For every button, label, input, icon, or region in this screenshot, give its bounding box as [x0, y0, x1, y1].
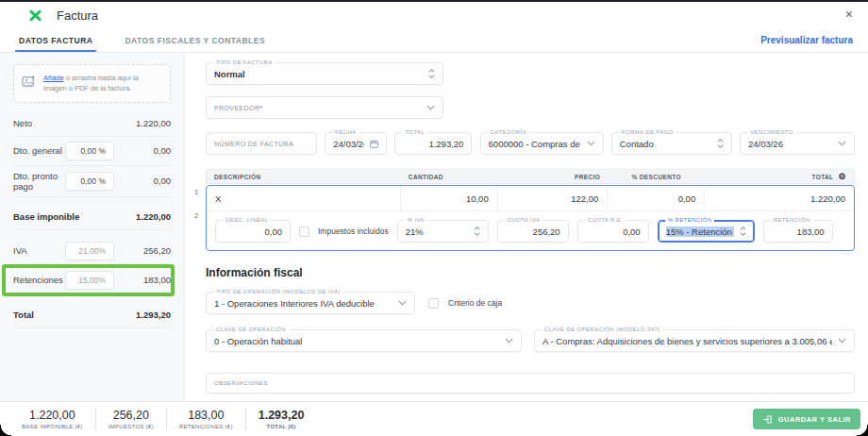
footer-impuestos: 256,20 IMPUESTOS (€): [96, 409, 166, 429]
categoria-select[interactable]: CATEGORÍA 6000000 - Compras de mercaderí: [480, 132, 604, 155]
total-input[interactable]: TOTAL 1.293,20: [394, 132, 472, 155]
cell-cantidad[interactable]: 10,00: [401, 186, 498, 210]
field-value: 6000000 - Compras de mercaderí: [489, 139, 581, 149]
vencimiento-select[interactable]: VENCIMIENTO 24/03/26: [740, 132, 855, 155]
footer-label: TOTAL (€): [259, 424, 305, 429]
image-upload-icon: [22, 75, 36, 88]
clave-347-select[interactable]: CLAVE DE OPERACIÓN (MODELO 347) A - Comp…: [534, 329, 855, 352]
footer-value: 183,00: [179, 409, 233, 422]
table-header: DESCRIPCIÓN CANTIDAD PRECIO % DESCUENTO …: [206, 169, 855, 184]
footer-label: RETENCIONES (€): [179, 424, 233, 429]
dto-pronto-pago-input[interactable]: 0,00 %: [65, 172, 114, 191]
stepper-icon: [717, 138, 724, 149]
field-label: TIPO DE FACTURA: [213, 59, 275, 65]
iva-select[interactable]: % IVA 21%: [397, 220, 489, 243]
iva-percent-input[interactable]: 21,00%: [65, 242, 114, 260]
cuota-re-input[interactable]: CUOTA R.E. 0,00: [577, 220, 649, 243]
save-and-exit-button[interactable]: GUARDAR Y SALIR: [753, 409, 860, 429]
impuestos-incluidos-label: Impuestos incluidos: [318, 226, 389, 236]
field-label: FORMA DE PAGO: [619, 129, 676, 135]
dropzone-text: Añade o arrastra hasta aquí la imagen o …: [43, 73, 162, 94]
row-label: Dto. general: [13, 145, 65, 156]
col-total-label: TOTAL: [811, 174, 833, 180]
retencion-pct-select[interactable]: % RETENCIÓN 15% - Retención por ac: [658, 220, 755, 243]
cell-descuento[interactable]: 0,00: [608, 186, 705, 210]
tab-bar: DATOS FACTURA DATOS FISCALES Y CONTABLES…: [0, 28, 868, 53]
preview-invoice-link[interactable]: Previsualizar factura: [760, 28, 853, 52]
stepper-icon: [474, 226, 480, 237]
field-value: 24/03/26: [333, 139, 364, 149]
field-label: % RETENCIÓN: [665, 217, 715, 223]
row-label: Neto: [13, 118, 127, 128]
row-value: 1.220,00: [127, 211, 171, 222]
required-mark: *: [259, 105, 262, 111]
field-value: 21%: [406, 226, 468, 237]
row-label: Total: [13, 310, 127, 320]
field-value: 1.293,20: [403, 139, 463, 149]
tipo-factura-select[interactable]: TIPO DE FACTURA Normal: [206, 62, 443, 85]
sidebar-row-base-imponible: Base imponible 1.220,00: [13, 204, 171, 230]
field-value: Normal: [214, 69, 423, 79]
save-exit-icon: [762, 414, 773, 425]
field-value: 0,00: [224, 226, 282, 237]
line-items-table: DESCRIPCIÓN CANTIDAD PRECIO % DESCUENTO …: [206, 169, 855, 251]
chevron-down-icon: [838, 141, 846, 146]
line-item-row[interactable]: X 10,00 122,00 0,00 1.220,00 DESC. LINEA…: [206, 185, 855, 251]
field-label: TOTAL: [402, 129, 427, 135]
file-dropzone[interactable]: Añade o arrastra hasta aquí la imagen o …: [13, 64, 171, 103]
line-item-values: X 10,00 122,00 0,00 1.220,00: [207, 186, 854, 210]
tab-label: DATOS FISCALES Y CONTABLES: [125, 36, 265, 45]
proveedor-select[interactable]: PROVEEDOR*: [206, 96, 443, 119]
invoice-modal: Factura × DATOS FACTURA DATOS FISCALES Y…: [0, 0, 868, 436]
tipo-operacion-select[interactable]: TIPO DE OPERACIÓN (MODELOS DE IVA) 1 - O…: [206, 292, 415, 314]
field-label: FECHA: [332, 129, 359, 135]
cell-precio[interactable]: 122,00: [498, 186, 609, 210]
field-label: CATEGORÍA: [488, 129, 530, 135]
field-value: 24/03/26: [748, 139, 832, 149]
row-value: 183,00: [127, 275, 171, 285]
desc-lineal-input[interactable]: DESC. LINEAL 0,00: [215, 220, 291, 243]
gear-icon[interactable]: ⚙: [838, 172, 845, 181]
field-label: DESC. LINEAL: [223, 217, 271, 223]
retencion-input[interactable]: RETENCIÓN 183,00: [763, 220, 833, 243]
tab-datos-fiscales[interactable]: DATOS FISCALES Y CONTABLES: [121, 28, 269, 52]
field-value: Contado: [620, 139, 711, 149]
field-label: CUOTA R.E.: [585, 217, 626, 223]
stepper-icon: [740, 226, 746, 237]
cuota-iva-input[interactable]: CUOTA IVA 256,20: [497, 220, 569, 243]
tab-label: DATOS FACTURA: [19, 36, 92, 45]
clave-operacion-select[interactable]: CLAVE DE OPERACIÓN 0 - Operación habitua…: [206, 329, 522, 352]
close-icon[interactable]: ×: [845, 8, 853, 21]
cell-descripcion[interactable]: X: [207, 186, 401, 210]
criterio-caja-checkbox[interactable]: [428, 298, 439, 309]
field-label: PROVEEDOR*: [214, 105, 262, 111]
field-label: CLAVE DE OPERACIÓN: [213, 327, 289, 332]
col-cantidad: CANTIDAD: [401, 174, 498, 180]
row-numbers: 1 2: [194, 188, 198, 220]
retencion-percent-input[interactable]: 15,00%: [65, 271, 114, 290]
field-value: A - Compras: Adquisiciones de bienes y s…: [542, 336, 832, 346]
observaciones-input[interactable]: OBSERVACIONES: [206, 373, 855, 394]
sidebar-row-retenciones: Retenciones 15,00% 183,00: [13, 266, 171, 295]
field-label: OBSERVACIONES: [214, 380, 268, 386]
footer-value: 1.293,20: [259, 409, 305, 422]
field-label: TIPO DE OPERACIÓN (MODELOS DE IVA): [213, 289, 343, 294]
chevron-down-icon: [587, 141, 595, 146]
add-file-link[interactable]: Añade: [43, 74, 64, 82]
forma-pago-select[interactable]: FORMA DE PAGO Contado: [611, 132, 732, 155]
row-value: 1.293,20: [127, 310, 171, 320]
row-value: 0,00: [127, 176, 171, 186]
fecha-input[interactable]: FECHA 24/03/26: [325, 132, 387, 155]
numero-factura-input[interactable]: NÚMERO DE FACTURA: [206, 132, 317, 155]
totals-sidebar: Añade o arrastra hasta aquí la imagen o …: [0, 53, 185, 401]
col-precio: PRECIO: [498, 174, 609, 180]
impuestos-incluidos-checkbox[interactable]: [299, 226, 309, 237]
tab-datos-factura[interactable]: DATOS FACTURA: [15, 28, 96, 52]
chevron-down-icon: [505, 338, 513, 344]
line-item-detail: DESC. LINEAL 0,00 Impuestos incluidos % …: [207, 210, 854, 250]
footer-base-imponible: 1.220,00 BASE IMPONIBLE (€): [9, 409, 95, 429]
save-button-label: GUARDAR Y SALIR: [778, 415, 851, 424]
field-value: 0,00: [586, 226, 641, 237]
dto-general-input[interactable]: 0,00 %: [65, 142, 114, 160]
field-value: 183,00: [772, 226, 825, 237]
